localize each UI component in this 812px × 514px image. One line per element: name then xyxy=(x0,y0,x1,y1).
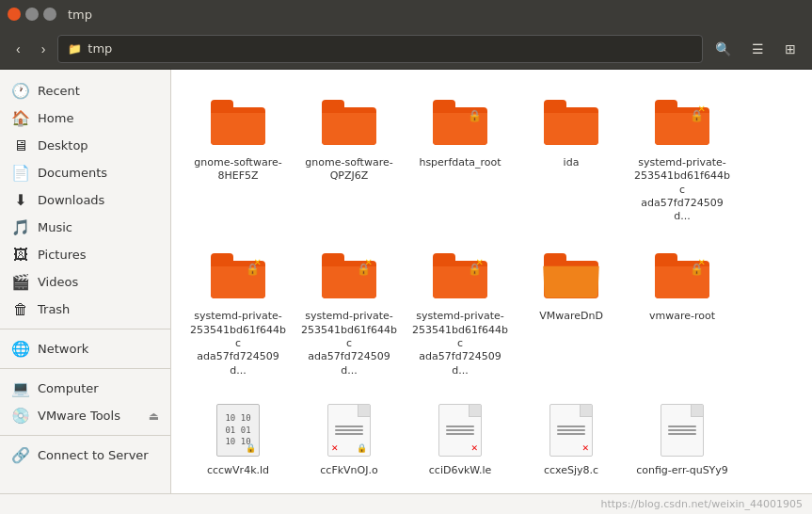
cancel-icon: ✕ xyxy=(698,257,706,267)
file-item-vmware-root[interactable]: 🔒✕ vmware-root xyxy=(630,238,734,384)
toolbar-right: 🔍 ☰ ⊞ xyxy=(707,37,804,61)
eject-button[interactable]: ⏏ xyxy=(149,410,159,423)
back-button[interactable]: ‹ xyxy=(8,37,29,61)
document-icon: 🔒 ✕ xyxy=(327,404,371,457)
folder-icon: 🔒✕ xyxy=(433,253,487,298)
lock-icon: 🔒 xyxy=(468,109,482,122)
sidebar-item-computer[interactable]: 💻 Computer xyxy=(0,375,170,402)
file-item-systemd-private-4[interactable]: 🔒✕ systemd-private-253541bd61f644bcada57… xyxy=(408,238,512,384)
sidebar-item-videos[interactable]: 🎬 Videos xyxy=(0,268,170,296)
sidebar-label-music: Music xyxy=(38,220,72,234)
grid-view-button[interactable]: ⊞ xyxy=(776,37,804,61)
file-label: vmware-root xyxy=(649,310,715,323)
sidebar-divider-3 xyxy=(0,435,170,436)
forward-button[interactable]: › xyxy=(33,37,55,61)
file-item-cciD6vkW.le[interactable]: ✕ cciD6vkW.le xyxy=(408,393,512,485)
music-icon: 🎵 xyxy=(11,218,30,236)
file-item-ccxeSjy8.c[interactable]: ✕ ccxeSjy8.c xyxy=(519,393,623,485)
file-label: ccFkVnOJ.o xyxy=(320,464,377,477)
file-item-ida[interactable]: ida xyxy=(519,85,623,231)
sidebar-item-network[interactable]: 🌐 Network xyxy=(0,335,170,362)
folder-icon: 🔒✕ xyxy=(322,253,376,298)
file-item-config-err-quSYy9[interactable]: config-err-quSYy9 xyxy=(630,393,734,485)
file-item-systemd-private-3[interactable]: 🔒✕ systemd-private-253541bd61f644bcada57… xyxy=(297,238,401,384)
file-label: ida xyxy=(564,156,580,169)
file-label: ccxeSjy8.c xyxy=(544,464,598,477)
cancel-icon: ✕ xyxy=(254,257,262,267)
search-button[interactable]: 🔍 xyxy=(707,37,740,61)
cancel-icon: ✕ xyxy=(365,257,373,267)
location-bar[interactable]: 📁 tmp xyxy=(57,35,703,63)
sidebar-label-recent: Recent xyxy=(38,84,80,98)
file-icon-wrapper: 🔒✕ xyxy=(652,246,712,306)
file-item-ccFkVnOJ.o[interactable]: 🔒 ✕ ccFkVnOJ.o xyxy=(297,393,401,485)
file-area: gnome-software-8HEF5Z gnome-software-QPZ… xyxy=(171,70,812,493)
sidebar-label-desktop: Desktop xyxy=(38,138,88,153)
statusbar-text: https://blog.csdn.net/weixin_44001905 xyxy=(600,498,803,510)
desktop-icon: 🖥 xyxy=(11,137,30,154)
sidebar-item-trash[interactable]: 🗑 Trash xyxy=(0,296,170,323)
sidebar-divider-2 xyxy=(0,368,170,369)
location-path: tmp xyxy=(88,41,112,56)
folder-icon xyxy=(211,100,265,145)
file-icon-wrapper: 🔒 xyxy=(430,92,490,153)
file-label: systemd-private-253541bd61f644bcada57fd7… xyxy=(634,156,730,223)
folder-icon xyxy=(544,100,598,145)
sidebar-item-downloads[interactable]: ⬇ Downloads xyxy=(0,186,170,214)
file-label: systemd-private-253541bd61f644bcada57fd7… xyxy=(190,310,286,377)
sidebar-label-videos: Videos xyxy=(38,275,78,289)
vmware-tools-icon: 💿 xyxy=(11,407,30,425)
main-area: 🕐 Recent 🏠 Home 🖥 Desktop 📄 Documents ⬇ … xyxy=(0,70,812,493)
sidebar-item-music[interactable]: 🎵 Music xyxy=(0,214,170,241)
file-icon-wrapper: 🔒✕ xyxy=(430,246,490,306)
downloads-icon: ⬇ xyxy=(11,191,30,209)
folder-icon xyxy=(322,100,376,145)
file-icon-wrapper: ✕ xyxy=(541,400,601,460)
titlebar: tmp xyxy=(0,0,812,28)
file-icon-wrapper: ✕ xyxy=(430,400,490,460)
file-icon-wrapper xyxy=(541,246,601,306)
file-item-VMwareDnD[interactable]: VMwareDnD xyxy=(519,238,623,384)
folder-icon: 🔒 xyxy=(433,100,487,145)
sidebar-label-home: Home xyxy=(38,111,73,125)
sidebar-item-connect-server[interactable]: 🔗 Connect to Server xyxy=(0,442,170,469)
file-item-systemd-private-2[interactable]: 🔒✕ systemd-private-253541bd61f644bcada57… xyxy=(186,238,290,384)
sidebar-label-documents: Documents xyxy=(38,166,107,180)
file-icon-wrapper: 🔒 ✕ xyxy=(319,400,379,460)
file-label: systemd-private-253541bd61f644bcada57fd7… xyxy=(301,310,397,377)
file-icon-wrapper xyxy=(541,92,601,153)
connect-server-icon: 🔗 xyxy=(11,446,30,464)
file-label: config-err-quSYy9 xyxy=(636,464,728,477)
toolbar: ‹ › 📁 tmp 🔍 ☰ ⊞ xyxy=(0,28,812,70)
file-item-systemd-private-1[interactable]: 🔒✕ systemd-private-253541bd61f644bcada57… xyxy=(630,85,734,231)
sidebar-item-vmware-tools[interactable]: 💿 VMware Tools ⏏ xyxy=(0,402,170,429)
file-label: gnome-software-8HEF5Z xyxy=(194,156,281,184)
file-icon-wrapper xyxy=(652,400,712,460)
file-item-gnome-software-QPZJ6Z[interactable]: gnome-software-QPZJ6Z xyxy=(297,85,401,231)
file-item-cccwVr4k.ld[interactable]: 10 1001 0110 10 🔒 cccwVr4k.ld xyxy=(186,393,290,485)
file-icon-wrapper: 🔒✕ xyxy=(319,246,379,306)
sidebar-label-network: Network xyxy=(38,342,88,356)
minimize-button[interactable] xyxy=(25,8,39,21)
sidebar-item-documents[interactable]: 📄 Documents xyxy=(0,159,170,186)
document-icon xyxy=(661,404,704,457)
sidebar-item-desktop[interactable]: 🖥 Desktop xyxy=(0,132,170,159)
close-button[interactable] xyxy=(8,8,21,21)
file-label: gnome-software-QPZJ6Z xyxy=(305,156,392,184)
statusbar: https://blog.csdn.net/weixin_44001905 xyxy=(0,493,812,514)
folder-icon: 🔒✕ xyxy=(655,253,709,298)
videos-icon: 🎬 xyxy=(11,273,30,291)
file-item-gnome-software-8HEF5Z[interactable]: gnome-software-8HEF5Z xyxy=(186,85,290,231)
sidebar-item-pictures[interactable]: 🖼 Pictures xyxy=(0,241,170,268)
sidebar-label-downloads: Downloads xyxy=(38,193,104,207)
binary-icon: 10 1001 0110 10 🔒 xyxy=(216,404,260,457)
folder-icon: 🔒✕ xyxy=(211,253,265,298)
sidebar-item-recent[interactable]: 🕐 Recent xyxy=(0,77,170,104)
maximize-button[interactable] xyxy=(43,8,56,21)
file-icon-wrapper: 🔒✕ xyxy=(652,92,712,153)
list-view-button[interactable]: ☰ xyxy=(743,37,772,61)
file-item-hsperfdata_root[interactable]: 🔒 hsperfdata_root xyxy=(408,85,512,231)
file-icon-wrapper: 🔒✕ xyxy=(208,246,268,306)
sidebar-item-home[interactable]: 🏠 Home xyxy=(0,104,170,132)
file-label: systemd-private-253541bd61f644bcada57fd7… xyxy=(412,310,508,377)
